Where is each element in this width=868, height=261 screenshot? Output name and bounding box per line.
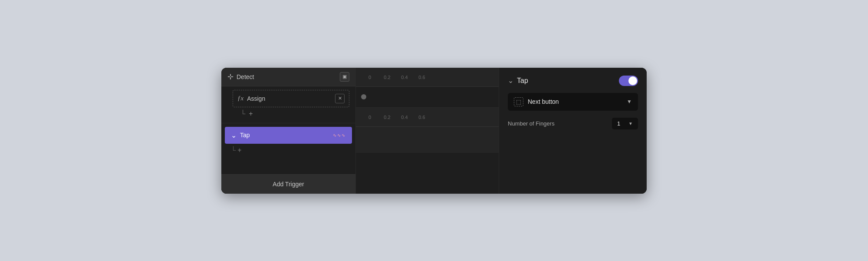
right-panel-header: ⌄ Tap	[508, 76, 638, 86]
tap-row[interactable]: ⌄ Tap ∿∿∿	[225, 127, 352, 144]
detect-expand-button[interactable]: ▣	[340, 72, 349, 82]
tap-ruler-label-0: 0	[361, 115, 378, 120]
add-child-icon: └	[240, 110, 245, 118]
ruler-label-06: 0.6	[413, 75, 431, 80]
tap-timeline-area	[356, 127, 499, 153]
assign-icon: ƒx	[237, 95, 243, 102]
tap-ruler-label-02: 0.2	[378, 115, 396, 120]
detect-ruler: 0 0.2 0.4 0.6	[356, 68, 499, 87]
assign-section: ƒx Assign ✕ └ +	[221, 86, 355, 123]
add-child-plus[interactable]: +	[249, 110, 253, 118]
detect-label: Detect	[237, 73, 340, 80]
target-dropdown-value: Next button	[528, 98, 627, 105]
add-bottom-icon: └	[231, 146, 236, 154]
assign-label: Assign	[247, 95, 335, 102]
num-fingers-row: Number of Fingers 1 ▼	[508, 118, 638, 129]
ruler-label-04: 0.4	[396, 75, 413, 80]
right-panel-title: Tap	[517, 77, 619, 85]
tap-ruler-label-04: 0.4	[396, 115, 413, 120]
detect-icon: ⊹	[227, 73, 233, 81]
ruler-label-02: 0.2	[378, 75, 396, 80]
ruler-marks-detect: 0 0.2 0.4 0.6	[361, 75, 493, 80]
assign-close-button[interactable]: ✕	[335, 94, 345, 103]
num-fingers-value: 1	[617, 120, 620, 127]
toggle-knob	[628, 76, 637, 85]
target-dropdown-arrow: ▼	[627, 99, 632, 105]
triggers-column: ⊹ Detect ▣ ƒx Assign ✕ └ + ⌄	[221, 68, 356, 194]
detect-row: ⊹ Detect ▣	[221, 68, 355, 86]
tap-indicator: ∿∿∿	[333, 133, 346, 138]
tap-ruler: 0 0.2 0.4 0.6	[356, 108, 499, 127]
assign-add-child-row[interactable]: └ +	[233, 107, 349, 120]
main-panel: ⊹ Detect ▣ ƒx Assign ✕ └ + ⌄	[221, 68, 647, 194]
add-trigger-button[interactable]: Add Trigger	[221, 174, 355, 194]
num-fingers-arrow: ▼	[628, 121, 633, 126]
tap-label: Tap	[240, 132, 333, 139]
target-selector-icon: ⬚	[514, 97, 523, 106]
ruler-marks-tap: 0 0.2 0.4 0.6	[361, 115, 493, 120]
tap-icon: ⌄	[231, 131, 237, 139]
num-fingers-dropdown[interactable]: 1 ▼	[612, 118, 638, 129]
tap-selected-section: ⌄ Tap ∿∿∿	[225, 127, 352, 144]
tap-ruler-label-06: 0.6	[413, 115, 431, 120]
ruler-label-0: 0	[361, 75, 378, 80]
assign-dot	[361, 94, 366, 99]
right-panel-tap-icon: ⌄	[508, 76, 513, 85]
add-bottom-plus[interactable]: +	[237, 146, 241, 154]
tap-add-child-row[interactable]: └ +	[221, 144, 355, 157]
right-panel: ⌄ Tap ⬚ Next button ▼ Number of Fingers …	[499, 68, 647, 194]
assign-timeline-row	[356, 87, 499, 108]
assign-row: ƒx Assign ✕	[233, 90, 349, 107]
num-fingers-label: Number of Fingers	[508, 120, 612, 127]
tap-toggle[interactable]	[619, 76, 638, 86]
target-selector-dropdown[interactable]: ⬚ Next button ▼	[508, 93, 638, 111]
timeline-column: 0 0.2 0.4 0.6 0 0.2 0.4 0.6	[356, 68, 499, 194]
